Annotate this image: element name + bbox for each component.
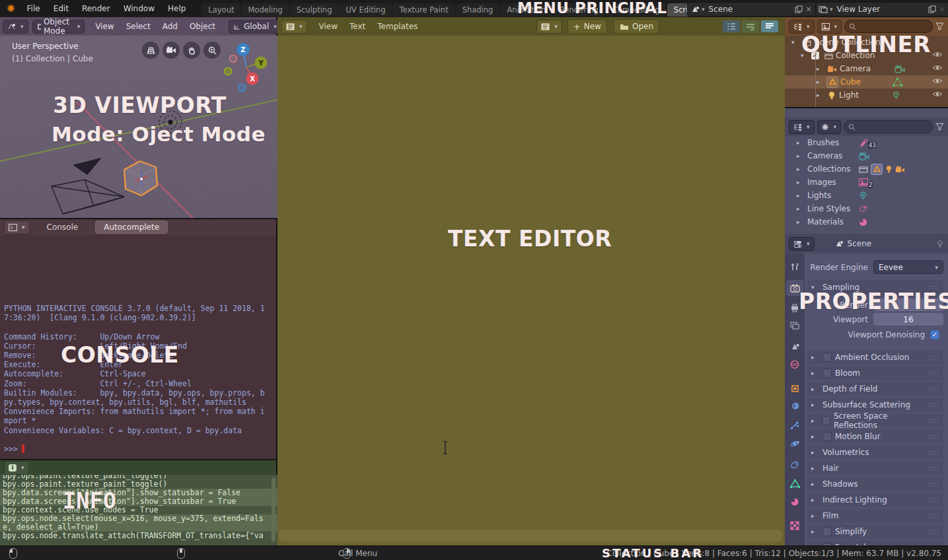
drag-handle-icon[interactable]: :::: bbox=[929, 402, 939, 408]
text-menu-view[interactable]: View bbox=[314, 20, 343, 33]
expand-icon[interactable]: ▾ bbox=[791, 39, 799, 46]
close-view-layer-icon[interactable]: × bbox=[936, 5, 948, 14]
workspace-tab-rendering[interactable]: Rendering bbox=[553, 3, 606, 17]
text-editor-scrollbar[interactable] bbox=[279, 530, 782, 542]
text-menu-templates[interactable]: Templates bbox=[372, 20, 423, 33]
panel-bloom[interactable]: ▸ Bloom:::: bbox=[807, 366, 943, 380]
panel-screen-space-reflections[interactable]: ▸ Screen Space Reflections:::: bbox=[807, 413, 943, 428]
workspace-tab-sculpting[interactable]: Sculpting bbox=[290, 3, 340, 17]
blend-data-row-cameras[interactable]: ▸ Cameras bbox=[785, 149, 948, 162]
tab-output[interactable] bbox=[786, 300, 803, 316]
word-wrap-toggle[interactable] bbox=[742, 20, 759, 32]
tab-tool[interactable] bbox=[786, 259, 803, 275]
drag-handle-icon[interactable]: :::: bbox=[929, 465, 939, 472]
workspace-tab-animation[interactable]: Animation bbox=[500, 3, 553, 17]
collapse-icon[interactable]: ▸ bbox=[817, 92, 824, 98]
sampling-render-field[interactable] bbox=[873, 298, 943, 311]
panel-shadows[interactable]: ▸ Shadows:::: bbox=[807, 477, 943, 491]
filter-funnel-icon[interactable] bbox=[935, 123, 944, 131]
blender-logo-icon[interactable]: ✺ bbox=[0, 3, 20, 15]
drag-handle-icon[interactable]: :::: bbox=[929, 370, 939, 376]
blend-data-display-mode-button[interactable]: ▾ bbox=[789, 120, 815, 134]
pan-view-button[interactable] bbox=[183, 42, 200, 59]
menu-window[interactable]: Window bbox=[117, 1, 161, 16]
collapse-icon[interactable]: ▸ bbox=[817, 79, 824, 85]
editor-type-button[interactable]: ▾ bbox=[3, 20, 28, 34]
console-body[interactable]: PYTHON INTERACTIVE CONSOLE 3.7.0 (defaul… bbox=[0, 235, 277, 459]
motion-blur-checkbox[interactable] bbox=[822, 432, 832, 441]
panel-indirect-lighting[interactable]: ▸ Indirect Lighting:::: bbox=[807, 493, 943, 507]
panel-freestyle[interactable]: ▸ Freestyle:::: bbox=[807, 540, 943, 545]
panel-subsurface-scattering[interactable]: ▸ Subsurface Scattering:::: bbox=[807, 398, 943, 412]
copy-view-layer-icon[interactable] bbox=[928, 5, 936, 13]
blend-data-row-materials[interactable]: ▸ Materials bbox=[785, 215, 948, 228]
tab-world[interactable] bbox=[786, 357, 803, 372]
hide-collection-eye-icon[interactable] bbox=[932, 51, 943, 60]
outliner-search-input[interactable] bbox=[844, 20, 933, 33]
camera-view-button[interactable] bbox=[163, 42, 180, 59]
workspace-tab-compositing[interactable]: Compositing bbox=[606, 3, 667, 17]
drag-handle-icon[interactable]: :::: bbox=[929, 284, 939, 291]
tab-render[interactable] bbox=[786, 280, 803, 296]
expand-icon[interactable]: ▾ bbox=[801, 52, 809, 59]
workspace-tab-texture-paint[interactable]: Texture Paint bbox=[392, 3, 455, 17]
blend-data-row-brushes[interactable]: ▸ Brushes 43 bbox=[785, 136, 948, 149]
info-editor-type-button[interactable]: i ▾ bbox=[4, 461, 29, 475]
workspace-tab-uv-editing[interactable]: UV Editing bbox=[339, 3, 392, 17]
blend-data-row-lights[interactable]: ▸ Lights bbox=[785, 189, 948, 202]
zoom-view-button[interactable] bbox=[203, 42, 221, 59]
tab-texture[interactable] bbox=[786, 518, 803, 534]
tab-material[interactable] bbox=[786, 494, 803, 510]
console-menu[interactable]: Console bbox=[47, 223, 79, 232]
render-engine-dropdown[interactable]: Eevee ▾ bbox=[873, 260, 943, 274]
tab-physics[interactable] bbox=[786, 436, 803, 452]
tab-object-data[interactable] bbox=[786, 475, 803, 491]
panel-hair[interactable]: ▸ Hair:::: bbox=[807, 461, 943, 475]
blend-data-row-collections[interactable]: ▸ Collections bbox=[785, 162, 948, 176]
outliner-filter-id-button[interactable]: ▾ bbox=[817, 20, 842, 34]
collapse-icon[interactable]: ▸ bbox=[797, 205, 805, 212]
text-datablock-selector[interactable]: ▾ bbox=[536, 20, 562, 34]
outliner-row-camera[interactable]: ▸ Camera bbox=[785, 62, 948, 75]
collapse-icon[interactable]: ▸ bbox=[797, 153, 805, 159]
transform-orientation-dropdown[interactable]: Global ▾ bbox=[229, 20, 281, 34]
viewport-menu-view[interactable]: View bbox=[90, 20, 119, 33]
collapse-icon[interactable]: ▸ bbox=[797, 219, 805, 225]
console-editor-type-button[interactable]: ▾ bbox=[4, 221, 30, 234]
menu-edit[interactable]: Edit bbox=[47, 1, 75, 16]
outliner-row-collection[interactable]: ▾ ✓ Collection bbox=[785, 49, 948, 62]
blend-data-row-line-styles[interactable]: ▸ Line Styles bbox=[785, 202, 948, 215]
drag-handle-icon[interactable]: :::: bbox=[929, 497, 939, 503]
mode-dropdown[interactable]: Object Mode ▾ bbox=[32, 20, 85, 34]
simplify-checkbox[interactable] bbox=[822, 527, 832, 536]
ssr-checkbox[interactable] bbox=[822, 416, 830, 425]
tab-modifiers[interactable] bbox=[786, 399, 803, 415]
menu-help[interactable]: Help bbox=[161, 1, 192, 16]
ambient-occlusion-checkbox[interactable] bbox=[822, 353, 832, 362]
filter-funnel-icon[interactable] bbox=[935, 22, 944, 30]
tab-scene[interactable] bbox=[786, 338, 803, 354]
close-scene-icon[interactable]: × bbox=[803, 5, 815, 14]
viewport-menu-add[interactable]: Add bbox=[157, 20, 183, 33]
menu-file[interactable]: File bbox=[20, 1, 47, 16]
navigation-gizmo[interactable]: Z Y X bbox=[221, 38, 277, 98]
text-editor-type-button[interactable]: ▾ bbox=[281, 20, 307, 34]
scene-selector[interactable]: ▾ Scene × bbox=[687, 2, 818, 17]
blend-data-search-input[interactable] bbox=[844, 120, 933, 133]
info-log[interactable]: bpy.ops.paint.texture_paint_toggle() bpy… bbox=[0, 475, 279, 547]
line-numbers-toggle[interactable] bbox=[723, 20, 740, 32]
hide-camera-eye-icon[interactable] bbox=[932, 64, 943, 73]
drag-handle-icon[interactable]: :::: bbox=[929, 449, 939, 456]
blend-data-row-images[interactable]: ▸ Images 2 bbox=[785, 176, 948, 189]
view-layer-selector[interactable]: ▾ View Layer × bbox=[815, 2, 948, 17]
workspace-tab-shading[interactable]: Shading bbox=[456, 3, 501, 17]
sampling-viewport-field[interactable]: 16 bbox=[873, 313, 943, 326]
drag-handle-icon[interactable]: :::: bbox=[929, 528, 939, 535]
panel-depth-of-field[interactable]: ▸ Depth of Field:::: bbox=[807, 382, 943, 396]
tab-object[interactable] bbox=[786, 380, 803, 396]
panel-ambient-occlusion[interactable]: ▸ Ambient Occlusion:::: bbox=[807, 350, 943, 365]
copy-scene-icon[interactable] bbox=[795, 5, 803, 13]
bloom-checkbox[interactable] bbox=[822, 368, 832, 378]
collapse-icon[interactable]: ▸ bbox=[797, 192, 805, 199]
denoising-checkbox[interactable]: ✓ bbox=[930, 330, 939, 339]
